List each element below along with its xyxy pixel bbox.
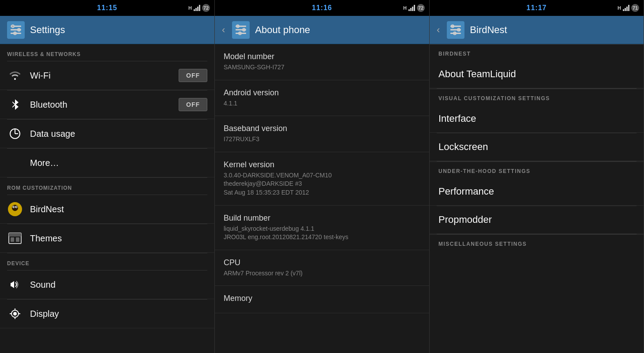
birdnest-title: BirdNest (470, 24, 507, 36)
status-bar-1: 11:15 H 72 (0, 0, 214, 16)
birdnest-panel: 11:17 H 71 ‹ BirdNest (430, 0, 644, 353)
performance-label: Performance (438, 186, 494, 197)
baseband-version-value: I727RUXLF3 (224, 135, 420, 144)
build-number-item: Build number liquid_skyrocket-userdebug … (215, 206, 429, 250)
about-title: About phone (255, 24, 310, 36)
settings-title: Settings (30, 24, 65, 36)
data-usage-icon (7, 126, 23, 142)
app-bar-birdnest: ‹ BirdNest (430, 16, 644, 44)
birdnest-section-birdnest: BIRDNEST (430, 44, 644, 60)
svg-rect-29 (450, 26, 461, 27)
kernel-version-item: Kernel version 3.0.40-DARKSIDE.VENOM_A07… (215, 152, 429, 206)
more-label: More… (30, 158, 207, 168)
sound-icon (7, 277, 23, 293)
status-icons-3: H 71 (618, 4, 639, 12)
svg-rect-23 (236, 26, 246, 27)
h-signal-icon-1: H (188, 5, 192, 11)
android-version-item: Android version 4.1.1 (215, 80, 429, 116)
about-phone-panel: 11:16 H 72 ‹ About phone (215, 0, 430, 353)
cpu-item: CPU ARMv7 Processor rev 2 (v7l) (215, 250, 429, 286)
kernel-version-value: 3.0.40-DARKSIDE.VENOM_A07-CM10 thederekj… (224, 171, 420, 197)
birdnest-app-icon (447, 21, 464, 39)
settings-app-icon (7, 21, 25, 39)
back-arrow-about[interactable]: ‹ (222, 24, 225, 36)
propmodder-label: Propmodder (438, 214, 492, 225)
uth-section-header: UNDER-THE-HOOD SETTINGS (430, 161, 644, 178)
birdnest-icon (7, 201, 23, 217)
svg-rect-20 (11, 283, 12, 286)
rom-section-header: ROM CUSTOMIZATION (0, 178, 214, 195)
about-app-icon (232, 21, 250, 39)
svg-point-11 (12, 205, 18, 211)
display-label: Display (30, 309, 207, 319)
signal-bars-1 (194, 5, 200, 11)
cpu-value: ARMv7 Processor rev 2 (v7l) (224, 269, 420, 278)
app-bar-about: ‹ About phone (215, 16, 429, 44)
themes-icon (7, 230, 23, 246)
more-item[interactable]: More… (0, 149, 214, 177)
visual-section-header: VISUAL CUSTOMIZATION SETTINGS (430, 89, 644, 105)
signal-bars-2 (408, 5, 415, 11)
h-signal-icon-3: H (618, 5, 621, 11)
display-item[interactable]: Display (0, 300, 214, 328)
baseband-version-item: Baseband version I727RUXLF3 (215, 116, 429, 152)
bluetooth-label: Bluetooth (30, 100, 179, 110)
wifi-icon (7, 68, 23, 83)
status-bar-3: 11:17 H 71 (430, 0, 644, 16)
more-icon (7, 155, 23, 171)
svg-rect-25 (236, 29, 246, 30)
settings-content: WIRELESS & NETWORKS Wi-Fi OFF Bluetooth … (0, 44, 214, 353)
status-bar-2: 11:16 H 72 (215, 0, 429, 16)
memory-label: Memory (224, 294, 420, 303)
svg-rect-19 (16, 237, 19, 242)
cpu-label: CPU (224, 258, 420, 267)
svg-point-22 (13, 312, 17, 315)
wifi-toggle[interactable]: OFF (179, 69, 207, 82)
status-icons-2: H 72 (403, 4, 425, 12)
h-signal-icon-2: H (403, 5, 407, 11)
themes-item[interactable]: Themes (0, 224, 214, 253)
wifi-item[interactable]: Wi-Fi OFF (0, 61, 214, 90)
data-usage-item[interactable]: Data usage (0, 120, 214, 148)
baseband-version-label: Baseband version (224, 124, 420, 133)
battery-badge-2: 72 (417, 4, 425, 12)
svg-point-14 (13, 207, 14, 207)
device-section-header: DEVICE (0, 253, 214, 270)
android-version-label: Android version (224, 88, 420, 98)
sound-item[interactable]: Sound (0, 270, 214, 299)
kernel-version-label: Kernel version (224, 160, 420, 169)
battery-badge-3: 71 (631, 4, 639, 12)
svg-point-15 (16, 207, 17, 207)
lockscreen-label: Lockscreen (438, 141, 488, 152)
bluetooth-toggle[interactable]: OFF (179, 98, 207, 111)
svg-rect-17 (9, 233, 21, 237)
back-arrow-birdnest[interactable]: ‹ (437, 24, 440, 36)
battery-badge-1: 72 (202, 4, 210, 12)
about-teamliquid-label: About TeamLiquid (438, 68, 516, 79)
performance-item[interactable]: Performance (430, 178, 644, 206)
birdnest-label: BirdNest (30, 204, 207, 214)
svg-rect-31 (450, 29, 461, 30)
about-teamliquid-item[interactable]: About TeamLiquid (430, 60, 644, 88)
app-bar-settings: Settings (0, 16, 214, 44)
lockscreen-item[interactable]: Lockscreen (430, 133, 644, 161)
sound-label: Sound (30, 280, 207, 290)
status-time-3: 11:17 (527, 4, 547, 12)
birdnest-content: BIRDNEST About TeamLiquid VISUAL CUSTOMI… (430, 44, 644, 353)
build-number-value: liquid_skyrocket-userdebug 4.1.1 JRO03L … (224, 225, 420, 242)
android-version-value: 4.1.1 (224, 99, 420, 108)
bluetooth-icon (7, 97, 23, 113)
svg-rect-3 (11, 29, 21, 30)
themes-label: Themes (30, 233, 207, 244)
model-number-item: Model number SAMSUNG-SGH-I727 (215, 44, 429, 80)
interface-item[interactable]: Interface (430, 105, 644, 133)
bluetooth-item[interactable]: Bluetooth OFF (0, 90, 214, 119)
propmodder-item[interactable]: Propmodder (430, 206, 644, 234)
about-content: Model number SAMSUNG-SGH-I727 Android ve… (215, 44, 429, 353)
birdnest-item[interactable]: BirdNest (0, 195, 214, 224)
model-number-value: SAMSUNG-SGH-I727 (224, 63, 420, 72)
wireless-section-header: WIRELESS & NETWORKS (0, 44, 214, 61)
misc-section-header: MISCELLANEOUS SETTINGS (430, 234, 644, 251)
memory-item: Memory (215, 286, 429, 313)
model-number-label: Model number (224, 52, 420, 61)
